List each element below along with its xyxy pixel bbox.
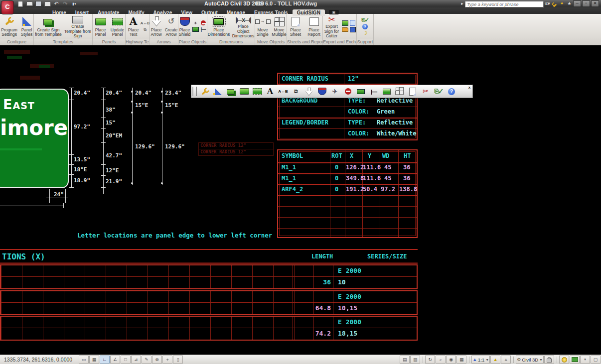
redo-icon[interactable]: ↷ xyxy=(62,1,69,7)
performance-tuner-icon[interactable] xyxy=(559,356,569,364)
create-arrow-button[interactable]: ↺ Create Arrow xyxy=(164,14,178,38)
toolbar-help-icon[interactable]: ? xyxy=(445,86,458,97)
place-sheet-button[interactable]: Place Sheet xyxy=(287,14,304,38)
place-object-dimensions-button[interactable]: |⟝x⟞| Place Object Dimensions xyxy=(232,14,255,38)
minimize-button[interactable]: ─ xyxy=(573,0,581,7)
export-box-icon[interactable] xyxy=(342,20,348,26)
tab-manage[interactable]: Manage xyxy=(222,9,250,16)
pan-icon[interactable]: ↻ xyxy=(425,356,435,364)
search-input[interactable] xyxy=(465,1,544,7)
close-button[interactable]: ✕ xyxy=(591,0,599,7)
qp-toggle[interactable]: ▯ xyxy=(173,356,183,364)
place-arrow-icon[interactable] xyxy=(302,86,315,97)
ducs-toggle[interactable]: ✎ xyxy=(142,356,151,364)
zoom-icon[interactable]: ⌕ xyxy=(436,356,446,364)
program-settings-button[interactable]: Program Settings xyxy=(0,14,18,38)
toolbar-close-icon[interactable]: x xyxy=(467,85,472,90)
place-report-button[interactable]: Place Report xyxy=(305,14,322,38)
move-multiple-icon[interactable] xyxy=(393,86,406,97)
toolbar-lock-icon[interactable] xyxy=(544,356,554,364)
undo-icon[interactable]: ↶ xyxy=(53,1,60,7)
steering-wheel-icon[interactable]: ◉ xyxy=(446,356,456,364)
import-doc-icon[interactable] xyxy=(349,20,356,26)
hardware-accel-icon[interactable] xyxy=(570,356,580,364)
restore-button[interactable]: ▫ xyxy=(582,0,590,7)
export-sign-for-cutter-button[interactable]: ✂ Export Sign for Cutter xyxy=(323,14,340,38)
panel-styles-icon[interactable] xyxy=(212,86,225,97)
qat-customize-icon[interactable]: ▮▾ xyxy=(71,1,78,7)
dyn-toggle[interactable]: ⊕ xyxy=(152,356,162,364)
tab-express-tools[interactable]: Express Tools xyxy=(250,9,293,16)
place-text-button[interactable]: A Place Text xyxy=(127,14,141,38)
wrench-icon[interactable] xyxy=(199,86,212,97)
text-swap-icon[interactable]: ⧉ xyxy=(142,27,149,32)
subscription-icon[interactable] xyxy=(551,0,558,6)
place-shield-button[interactable]: Place Shield xyxy=(178,14,191,38)
exit-panel-icon[interactable] xyxy=(192,27,199,32)
do-not-enter-icon[interactable] xyxy=(200,20,206,26)
tab-view[interactable]: View xyxy=(176,9,197,16)
search-topics-icon[interactable]: oo▾ xyxy=(543,0,551,6)
plane-icon[interactable]: ✈ xyxy=(328,86,341,97)
tab-options-icon[interactable]: ▣ xyxy=(329,10,339,14)
text-ab-icon[interactable]: A↔B xyxy=(277,86,290,97)
update-panel-button[interactable]: Update Panel xyxy=(110,14,125,38)
update-panel-icon[interactable] xyxy=(251,86,264,97)
tab-home[interactable]: Home xyxy=(48,9,71,16)
tab-insert[interactable]: Insert xyxy=(71,9,93,16)
tab-annotate[interactable]: Annotate xyxy=(93,9,124,16)
support-doc-icon[interactable]: ⎘✓ xyxy=(362,17,368,23)
move-single-button[interactable]: → Move Single xyxy=(255,14,270,38)
create-template-from-sign-button[interactable]: Create Template from Sign xyxy=(64,14,92,38)
toolbar-grip[interactable] xyxy=(192,87,197,96)
ortho-toggle[interactable]: ∟ xyxy=(100,356,110,364)
place-sheet-icon[interactable] xyxy=(406,86,419,97)
move-multiple-button[interactable]: Move Multiple xyxy=(272,14,287,38)
tab-analyze[interactable]: Analyze xyxy=(149,9,177,16)
save-exchange-icon[interactable] xyxy=(349,27,356,32)
polar-toggle[interactable]: ∠ xyxy=(110,356,120,364)
new-icon[interactable] xyxy=(17,1,24,7)
tab-modify[interactable]: Modify xyxy=(124,9,149,16)
exit-panel-icon[interactable] xyxy=(354,86,367,97)
otrack-toggle[interactable]: ⊿ xyxy=(131,356,141,364)
guidsign-floating-toolbar[interactable]: A A↔B ⧉ ✈ |— ✂ ⎘✓ ? x xyxy=(191,85,473,98)
annotation-visibility-icon[interactable]: ▲ xyxy=(490,356,500,364)
export-check-icon[interactable]: ⎘✓ xyxy=(432,86,445,97)
open-icon[interactable] xyxy=(26,1,33,7)
model-button[interactable]: ▤ xyxy=(400,356,410,364)
dimension-line-icon[interactable]: |— xyxy=(200,27,206,32)
clean-screen-button[interactable]: ▢ xyxy=(591,356,601,364)
place-panel-button[interactable]: Place Panel xyxy=(93,14,108,38)
layout-button[interactable]: ▥ xyxy=(410,356,420,364)
support-help-icon[interactable]: ? xyxy=(362,24,368,29)
support-moon-icon[interactable]: ☽ xyxy=(362,30,368,36)
lwt-toggle[interactable]: ＋ xyxy=(162,356,172,364)
snap-toggle[interactable]: ▭ xyxy=(79,356,89,364)
open-exchange-icon[interactable] xyxy=(342,27,348,32)
communication-center-icon[interactable]: ✦ xyxy=(558,0,566,6)
annotation-scale-button[interactable]: ▲1:1▼ xyxy=(471,356,490,364)
create-sign-from-template-button[interactable]: Create Sign from Template xyxy=(34,14,62,38)
place-dimensions-button[interactable]: Place Dimensions xyxy=(207,14,230,38)
save-icon[interactable] xyxy=(35,1,42,7)
panel-styles-button[interactable]: Panel Styles xyxy=(20,14,33,38)
annotation-autoscale-icon[interactable]: ▲ xyxy=(501,356,511,364)
application-menu-button[interactable]: C xyxy=(1,0,14,14)
drawing-canvas[interactable]: East imore 20.4" 97.2" 13.5" 18"E 18.9" … xyxy=(0,45,601,355)
plot-icon[interactable] xyxy=(44,1,51,7)
showmotion-icon[interactable]: ▦ xyxy=(456,356,466,364)
text-swap-icon[interactable]: ⧉ xyxy=(290,86,302,97)
status-menu-icon[interactable]: ▾ xyxy=(580,356,590,364)
dimension-icon[interactable]: |— xyxy=(367,86,380,97)
osnap-toggle[interactable]: □ xyxy=(121,356,131,364)
tab-output[interactable]: Output xyxy=(197,9,222,16)
export-cutter-icon[interactable]: ✂ xyxy=(419,86,432,97)
place-panel-icon[interactable] xyxy=(238,86,251,97)
object-dimensions-icon[interactable] xyxy=(380,86,393,97)
do-not-enter-icon[interactable] xyxy=(341,86,354,97)
place-text-icon[interactable]: A xyxy=(264,86,277,97)
plane-icon[interactable]: ✈ xyxy=(192,20,199,26)
workspace-switcher[interactable]: ⚙Civil 3D▼ xyxy=(516,356,544,364)
tab-guidsign[interactable]: GuidSIGN xyxy=(293,9,325,16)
